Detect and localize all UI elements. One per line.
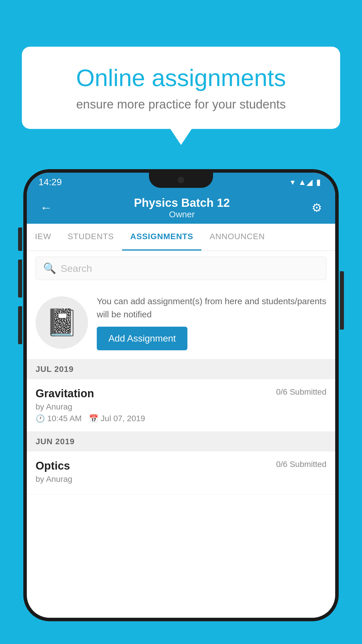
calendar-icon: 📅 — [89, 414, 98, 423]
assignment-row-top: Gravitation 0/6 Submitted — [36, 387, 326, 400]
assignment-author-gravitation: by Anurag — [36, 402, 326, 412]
tabs-bar: IEW STUDENTS ASSIGNMENTS ANNOUNCEN — [27, 224, 335, 251]
back-button[interactable]: ← — [40, 201, 52, 215]
status-icons: ▾ ▲◢ ▮ — [291, 177, 321, 187]
assignment-meta-gravitation: 🕐 10:45 AM 📅 Jul 07, 2019 — [36, 414, 326, 423]
phone-wrapper: 14:29 ▾ ▲◢ ▮ ← Physics Batch 12 Owner ⚙ … — [23, 169, 339, 644]
wifi-icon: ▾ — [291, 177, 295, 187]
assignment-item-optics[interactable]: Optics 0/6 Submitted by Anurag — [27, 452, 335, 495]
side-button-vol-down — [18, 306, 22, 344]
add-section: 📓 You can add assignment(s) from here an… — [27, 286, 335, 359]
add-section-text: You can add assignment(s) from here and … — [97, 295, 326, 321]
assignment-author-optics: by Anurag — [36, 475, 326, 484]
assignment-item-gravitation[interactable]: Gravitation 0/6 Submitted by Anurag 🕐 10… — [27, 379, 335, 432]
promo-title: Online assignments — [42, 64, 320, 92]
notebook-icon: 📓 — [45, 307, 78, 338]
add-section-content: You can add assignment(s) from here and … — [97, 295, 326, 350]
promo-area: Online assignments ensure more practice … — [22, 47, 340, 129]
search-placeholder: Search — [61, 263, 92, 274]
phone-notch — [149, 173, 213, 188]
speech-bubble: Online assignments ensure more practice … — [22, 47, 340, 129]
assignment-submitted-gravitation: 0/6 Submitted — [276, 387, 326, 397]
camera-dot — [178, 177, 184, 183]
tab-announcements[interactable]: ANNOUNCEN — [201, 224, 273, 251]
tab-iew[interactable]: IEW — [27, 224, 59, 251]
status-time: 14:29 — [38, 177, 62, 188]
tab-students[interactable]: STUDENTS — [59, 224, 122, 251]
phone-frame: 14:29 ▾ ▲◢ ▮ ← Physics Batch 12 Owner ⚙ … — [23, 169, 339, 621]
search-bar[interactable]: 🔍 Search — [36, 257, 326, 280]
search-container: 🔍 Search — [27, 251, 335, 286]
side-button-right — [340, 271, 344, 330]
search-icon: 🔍 — [43, 262, 56, 274]
assignment-time-gravitation: 🕐 10:45 AM — [36, 414, 82, 423]
side-button-vol-up — [18, 260, 22, 298]
battery-icon: ▮ — [316, 177, 321, 187]
assignment-row-top-optics: Optics 0/6 Submitted — [36, 460, 326, 472]
assignment-date-gravitation: 📅 Jul 07, 2019 — [89, 414, 145, 423]
header-subtitle: Owner — [134, 209, 230, 219]
header-title-area: Physics Batch 12 Owner — [134, 196, 230, 219]
phone-screen: 14:29 ▾ ▲◢ ▮ ← Physics Batch 12 Owner ⚙ … — [27, 173, 335, 618]
side-button-power — [18, 228, 22, 251]
section-header-jul: JUL 2019 — [27, 359, 335, 379]
app-header: ← Physics Batch 12 Owner ⚙ — [27, 192, 335, 224]
header-title: Physics Batch 12 — [134, 196, 230, 209]
section-header-jun: JUN 2019 — [27, 432, 335, 452]
assignment-submitted-optics: 0/6 Submitted — [276, 460, 326, 469]
tab-assignments[interactable]: ASSIGNMENTS — [122, 224, 201, 251]
assignment-title-optics: Optics — [36, 460, 70, 472]
promo-subtitle: ensure more practice for your students — [42, 97, 320, 111]
assignment-icon-circle: 📓 — [36, 296, 88, 349]
add-assignment-button[interactable]: Add Assignment — [97, 327, 187, 350]
assignment-title-gravitation: Gravitation — [36, 387, 94, 400]
settings-button[interactable]: ⚙ — [312, 201, 322, 214]
signal-icon: ▲◢ — [298, 177, 313, 187]
clock-icon: 🕐 — [36, 414, 45, 423]
